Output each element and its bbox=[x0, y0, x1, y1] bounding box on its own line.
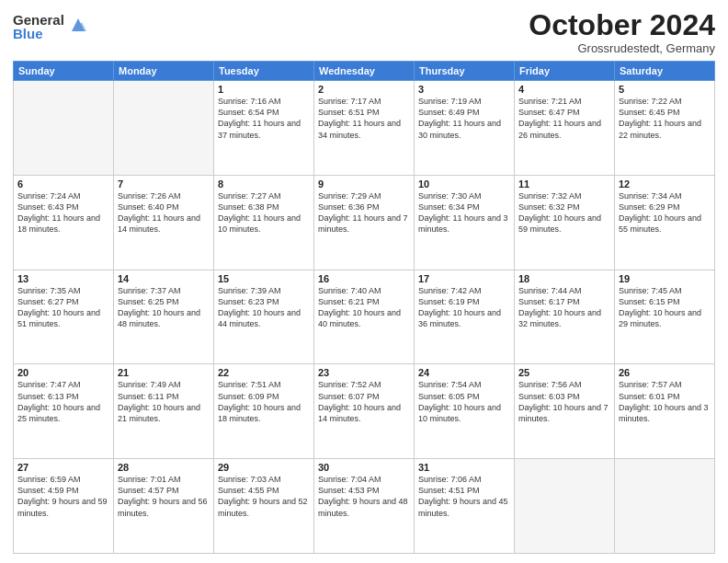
col-sunday: Sunday bbox=[14, 62, 114, 81]
day-info: Sunrise: 7:21 AM Sunset: 6:47 PM Dayligh… bbox=[518, 96, 610, 141]
day-number: 1 bbox=[218, 84, 310, 95]
day-info: Sunrise: 7:17 AM Sunset: 6:51 PM Dayligh… bbox=[318, 96, 410, 141]
day-number: 14 bbox=[118, 273, 210, 284]
day-number: 13 bbox=[17, 273, 109, 284]
day-number: 18 bbox=[518, 273, 610, 284]
day-number: 9 bbox=[318, 178, 410, 190]
day-cell bbox=[615, 459, 715, 554]
day-number: 8 bbox=[218, 178, 310, 190]
day-cell: 10Sunrise: 7:30 AM Sunset: 6:34 PM Dayli… bbox=[415, 175, 515, 270]
day-cell: 19Sunrise: 7:45 AM Sunset: 6:15 PM Dayli… bbox=[615, 270, 715, 364]
day-info: Sunrise: 7:51 AM Sunset: 6:09 PM Dayligh… bbox=[218, 379, 310, 424]
day-info: Sunrise: 7:44 AM Sunset: 6:17 PM Dayligh… bbox=[518, 285, 610, 330]
day-cell: 13Sunrise: 7:35 AM Sunset: 6:27 PM Dayli… bbox=[14, 270, 114, 364]
day-cell: 31Sunrise: 7:06 AM Sunset: 4:51 PM Dayli… bbox=[415, 459, 515, 554]
day-number: 22 bbox=[218, 367, 310, 378]
week-row-0: 1Sunrise: 7:16 AM Sunset: 6:54 PM Daylig… bbox=[14, 81, 715, 176]
day-number: 24 bbox=[418, 367, 510, 378]
day-cell: 30Sunrise: 7:04 AM Sunset: 4:53 PM Dayli… bbox=[314, 459, 415, 554]
day-info: Sunrise: 7:39 AM Sunset: 6:23 PM Dayligh… bbox=[218, 285, 310, 330]
day-cell: 20Sunrise: 7:47 AM Sunset: 6:13 PM Dayli… bbox=[14, 364, 114, 459]
day-cell: 5Sunrise: 7:22 AM Sunset: 6:45 PM Daylig… bbox=[615, 81, 715, 176]
logo: General Blue bbox=[13, 13, 88, 40]
day-info: Sunrise: 7:42 AM Sunset: 6:19 PM Dayligh… bbox=[418, 285, 510, 330]
col-thursday: Thursday bbox=[415, 62, 515, 81]
day-info: Sunrise: 7:34 AM Sunset: 6:29 PM Dayligh… bbox=[619, 190, 711, 236]
day-number: 7 bbox=[118, 178, 210, 190]
day-cell: 17Sunrise: 7:42 AM Sunset: 6:19 PM Dayli… bbox=[415, 270, 515, 364]
day-info: Sunrise: 7:45 AM Sunset: 6:15 PM Dayligh… bbox=[619, 285, 711, 330]
day-info: Sunrise: 7:24 AM Sunset: 6:43 PM Dayligh… bbox=[17, 190, 109, 236]
day-info: Sunrise: 7:19 AM Sunset: 6:49 PM Dayligh… bbox=[418, 96, 510, 141]
day-number: 12 bbox=[619, 178, 711, 190]
day-info: Sunrise: 7:01 AM Sunset: 4:57 PM Dayligh… bbox=[118, 474, 210, 519]
day-number: 2 bbox=[318, 84, 410, 95]
day-number: 20 bbox=[17, 367, 109, 378]
day-info: Sunrise: 7:47 AM Sunset: 6:13 PM Dayligh… bbox=[17, 379, 109, 424]
day-cell: 27Sunrise: 6:59 AM Sunset: 4:59 PM Dayli… bbox=[14, 459, 114, 554]
day-number: 10 bbox=[418, 178, 510, 190]
col-tuesday: Tuesday bbox=[214, 62, 314, 81]
day-cell: 7Sunrise: 7:26 AM Sunset: 6:40 PM Daylig… bbox=[114, 175, 214, 270]
day-cell bbox=[114, 81, 214, 176]
day-info: Sunrise: 7:30 AM Sunset: 6:34 PM Dayligh… bbox=[418, 190, 510, 236]
calendar: Sunday Monday Tuesday Wednesday Thursday… bbox=[13, 61, 715, 554]
day-cell: 22Sunrise: 7:51 AM Sunset: 6:09 PM Dayli… bbox=[214, 364, 314, 459]
day-number: 15 bbox=[218, 273, 310, 284]
col-saturday: Saturday bbox=[615, 62, 715, 81]
day-info: Sunrise: 7:06 AM Sunset: 4:51 PM Dayligh… bbox=[418, 474, 510, 519]
week-row-2: 13Sunrise: 7:35 AM Sunset: 6:27 PM Dayli… bbox=[14, 270, 715, 364]
day-number: 5 bbox=[619, 84, 711, 95]
day-cell: 15Sunrise: 7:39 AM Sunset: 6:23 PM Dayli… bbox=[214, 270, 314, 364]
day-number: 30 bbox=[318, 462, 410, 473]
logo-general-text: General bbox=[13, 13, 64, 27]
day-number: 29 bbox=[218, 462, 310, 473]
day-cell: 12Sunrise: 7:34 AM Sunset: 6:29 PM Dayli… bbox=[615, 175, 715, 270]
day-cell: 4Sunrise: 7:21 AM Sunset: 6:47 PM Daylig… bbox=[515, 81, 615, 176]
day-info: Sunrise: 6:59 AM Sunset: 4:59 PM Dayligh… bbox=[17, 474, 109, 519]
day-info: Sunrise: 7:29 AM Sunset: 6:36 PM Dayligh… bbox=[318, 190, 410, 236]
day-number: 28 bbox=[118, 462, 210, 473]
location: Grossrudestedt, Germany bbox=[529, 41, 715, 55]
day-info: Sunrise: 7:54 AM Sunset: 6:05 PM Dayligh… bbox=[418, 379, 510, 424]
logo-blue-text: Blue bbox=[13, 27, 64, 40]
day-info: Sunrise: 7:49 AM Sunset: 6:11 PM Dayligh… bbox=[118, 379, 210, 424]
day-number: 25 bbox=[518, 367, 610, 378]
col-monday: Monday bbox=[114, 62, 214, 81]
day-cell: 6Sunrise: 7:24 AM Sunset: 6:43 PM Daylig… bbox=[14, 175, 114, 270]
week-row-3: 20Sunrise: 7:47 AM Sunset: 6:13 PM Dayli… bbox=[14, 364, 715, 459]
day-info: Sunrise: 7:26 AM Sunset: 6:40 PM Dayligh… bbox=[118, 190, 210, 236]
day-number: 4 bbox=[518, 84, 610, 95]
day-number: 27 bbox=[17, 462, 109, 473]
day-number: 16 bbox=[318, 273, 410, 284]
day-cell: 23Sunrise: 7:52 AM Sunset: 6:07 PM Dayli… bbox=[314, 364, 415, 459]
day-info: Sunrise: 7:03 AM Sunset: 4:55 PM Dayligh… bbox=[218, 474, 310, 519]
day-number: 19 bbox=[619, 273, 711, 284]
logo-icon bbox=[68, 15, 88, 35]
day-cell bbox=[515, 459, 615, 554]
week-row-4: 27Sunrise: 6:59 AM Sunset: 4:59 PM Dayli… bbox=[14, 459, 715, 554]
header: General Blue October 2024 Grossrudestedt… bbox=[13, 9, 715, 55]
day-cell: 28Sunrise: 7:01 AM Sunset: 4:57 PM Dayli… bbox=[114, 459, 214, 554]
day-info: Sunrise: 7:56 AM Sunset: 6:03 PM Dayligh… bbox=[518, 379, 610, 424]
day-info: Sunrise: 7:37 AM Sunset: 6:25 PM Dayligh… bbox=[118, 285, 210, 330]
day-cell: 26Sunrise: 7:57 AM Sunset: 6:01 PM Dayli… bbox=[615, 364, 715, 459]
day-cell: 29Sunrise: 7:03 AM Sunset: 4:55 PM Dayli… bbox=[214, 459, 314, 554]
day-cell: 25Sunrise: 7:56 AM Sunset: 6:03 PM Dayli… bbox=[515, 364, 615, 459]
day-info: Sunrise: 7:35 AM Sunset: 6:27 PM Dayligh… bbox=[17, 285, 109, 330]
day-number: 23 bbox=[318, 367, 410, 378]
day-cell: 18Sunrise: 7:44 AM Sunset: 6:17 PM Dayli… bbox=[515, 270, 615, 364]
day-number: 17 bbox=[418, 273, 510, 284]
col-wednesday: Wednesday bbox=[314, 62, 415, 81]
day-info: Sunrise: 7:32 AM Sunset: 6:32 PM Dayligh… bbox=[518, 190, 610, 236]
day-cell: 24Sunrise: 7:54 AM Sunset: 6:05 PM Dayli… bbox=[415, 364, 515, 459]
day-number: 3 bbox=[418, 84, 510, 95]
day-info: Sunrise: 7:57 AM Sunset: 6:01 PM Dayligh… bbox=[619, 379, 711, 424]
header-row: Sunday Monday Tuesday Wednesday Thursday… bbox=[14, 62, 715, 81]
day-number: 26 bbox=[619, 367, 711, 378]
day-cell: 11Sunrise: 7:32 AM Sunset: 6:32 PM Dayli… bbox=[515, 175, 615, 270]
day-cell: 3Sunrise: 7:19 AM Sunset: 6:49 PM Daylig… bbox=[415, 81, 515, 176]
day-cell: 8Sunrise: 7:27 AM Sunset: 6:38 PM Daylig… bbox=[214, 175, 314, 270]
day-number: 21 bbox=[118, 367, 210, 378]
day-cell: 2Sunrise: 7:17 AM Sunset: 6:51 PM Daylig… bbox=[314, 81, 415, 176]
